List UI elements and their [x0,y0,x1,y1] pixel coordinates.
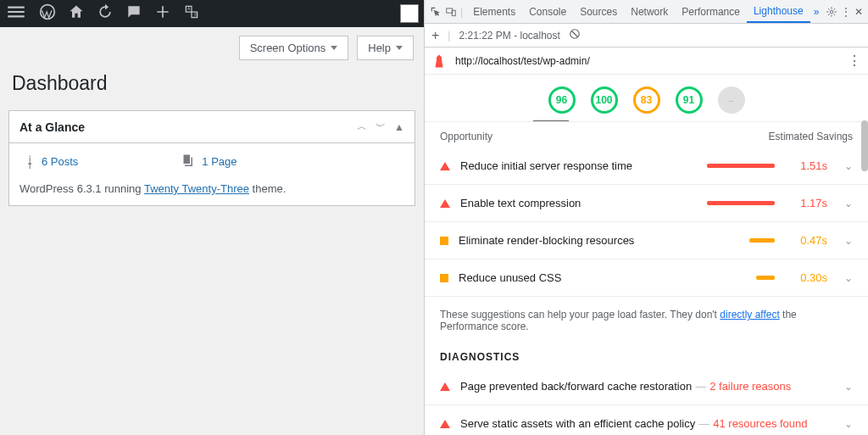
svg-text:文: 文 [193,12,198,17]
wp-version-line: WordPress 6.3.1 running Twenty Twenty-Th… [19,182,404,195]
diagnostic-text: Serve static assets with an efficient ca… [460,417,834,430]
score-gauge[interactable]: 91 [676,86,703,114]
savings-bar [707,164,775,168]
avatar[interactable] [400,4,419,23]
kebab-icon[interactable]: ⋮ [841,5,851,19]
opportunity-row[interactable]: Enable text compression 1.17s ⌄ [425,185,868,222]
copy-icon [180,153,195,169]
score-gauge[interactable]: -- [718,86,745,114]
savings-value: 0.47s [792,234,827,247]
chevron-down-icon: ⌄ [844,272,853,284]
score-gauge[interactable]: 96 [548,86,576,114]
svg-point-5 [831,10,834,14]
more-tabs-icon[interactable]: » [814,6,820,18]
card-body: 6 Posts 1 Page WordPress 6.3.1 running T… [9,143,415,205]
opportunity-text: Reduce unused CSS [459,271,697,284]
comment-icon[interactable] [125,3,142,24]
plus-icon[interactable] [154,3,171,24]
devtools-panel: | ElementsConsoleSourcesNetworkPerforman… [424,0,868,435]
diagnostic-text: Page prevented back/forward cache restor… [460,380,834,393]
opportunity-row[interactable]: Reduce unused CSS 0.30s ⌄ [425,259,868,297]
caret-icon[interactable]: ▲ [394,121,404,133]
savings-bar [707,201,775,205]
severity-icon [440,237,448,245]
scrollbar-thumb[interactable] [861,120,868,171]
svg-rect-3 [447,8,453,12]
score-gauge[interactable]: 100 [591,86,618,114]
translate-icon[interactable]: A文 [183,3,200,24]
savings-value: 0.30s [792,271,827,284]
chevron-down-icon [396,46,403,50]
pages-stat[interactable]: 1 Page [180,153,236,169]
inspect-icon[interactable] [430,5,442,19]
audited-url: http://localhost/test/wp-admin/ [455,55,839,67]
home-icon[interactable] [68,3,85,24]
chevron-down-icon: ⌄ [844,418,853,430]
severity-icon [440,382,450,391]
tab-network[interactable]: Network [624,0,675,23]
opportunity-text: Enable text compression [460,197,697,209]
devtools-subbar: + | 2:21:22 PM - localhost [425,24,868,47]
savings-value: 1.17s [792,197,827,209]
chevron-down-icon: ⌄ [844,381,853,393]
device-icon[interactable] [445,5,457,19]
posts-stat[interactable]: 6 Posts [19,153,78,169]
chevron-down-icon: ⌄ [844,235,853,247]
chevron-down-icon [331,46,337,50]
blocked-icon[interactable] [569,28,581,42]
devtools-tabs: | ElementsConsoleSourcesNetworkPerforman… [425,0,868,24]
savings-bar [707,276,775,280]
top-actions: Screen Options Help [0,27,424,60]
svg-text:A: A [187,6,191,11]
tab-lighthouse[interactable]: Lighthouse [747,0,810,23]
severity-icon [440,420,450,428]
wordpress-panel: A文 Screen Options Help Dashboard At a Gl… [0,0,424,435]
lighthouse-icon [431,53,447,69]
opportunity-text: Reduce initial server response time [460,159,697,172]
diagnostic-row[interactable]: Page prevented back/forward cache restor… [425,368,868,405]
score-gauge[interactable]: 83 [633,86,660,114]
help-button[interactable]: Help [357,36,414,60]
pin-icon [19,153,35,169]
kebab-icon[interactable]: ⋮ [848,53,861,69]
opportunity-note: These suggestions can help your page loa… [425,297,868,351]
savings-value: 1.51s [792,159,827,172]
chevron-down-icon: ⌄ [844,198,853,209]
diagnostics-title: DIAGNOSTICS [425,351,868,368]
opportunity-row[interactable]: Reduce initial server response time 1.51… [425,148,868,185]
tab-sources[interactable]: Sources [573,0,624,23]
gear-icon[interactable] [826,5,837,19]
chevron-down-icon: ⌄ [844,160,853,172]
wordpress-logo-icon[interactable] [39,3,56,24]
refresh-icon[interactable] [97,3,114,24]
plus-icon[interactable]: + [431,28,439,43]
lighthouse-url-row: http://localhost/test/wp-admin/ ⋮ [425,47,868,75]
lighthouse-body[interactable]: Reduce initial server response time 1.51… [425,148,868,435]
hamburger-icon[interactable] [5,1,27,26]
severity-icon [440,274,448,282]
note-link[interactable]: directly affect [720,309,779,321]
at-a-glance-card: At a Glance ︿ ﹀ ▲ 6 Posts 1 Page WordPre… [8,110,415,206]
tab-elements[interactable]: Elements [466,0,522,23]
tab-console[interactable]: Console [522,0,573,23]
svg-line-7 [571,31,577,37]
lighthouse-scores: 961008391-- [425,75,868,120]
severity-icon [440,162,450,170]
card-header: At a Glance ︿ ﹀ ▲ [9,111,415,143]
card-title: At a Glance [19,120,348,134]
timestamp: 2:21:22 PM - localhost [459,30,559,42]
opportunity-text: Eliminate render-blocking resources [459,234,697,247]
screen-options-button[interactable]: Screen Options [239,36,349,60]
chevron-up-icon[interactable]: ︿ [357,120,367,134]
opportunity-row[interactable]: Eliminate render-blocking resources 0.47… [425,222,868,259]
chevron-down-icon[interactable]: ﹀ [376,120,386,134]
theme-link[interactable]: Twenty Twenty-Three [144,182,249,195]
close-icon[interactable]: ✕ [854,5,863,19]
diagnostic-row[interactable]: Serve static assets with an efficient ca… [425,405,868,435]
opportunity-header: Opportunity Estimated Savings [425,121,868,148]
savings-bar [707,238,775,243]
severity-icon [440,199,450,208]
page-title: Dashboard [0,60,424,110]
wp-adminbar: A文 [0,0,424,27]
tab-performance[interactable]: Performance [675,0,747,23]
